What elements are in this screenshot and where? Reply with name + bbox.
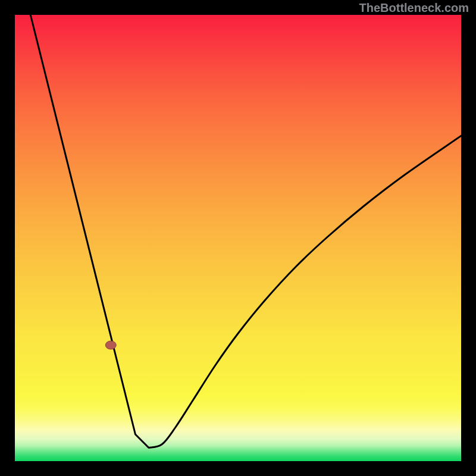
bottleneck-curve xyxy=(30,15,461,448)
curve-layer xyxy=(15,15,461,461)
optimal-marker xyxy=(105,341,116,349)
chart-frame: TheBottleneck.com xyxy=(0,0,476,476)
plot-area xyxy=(15,15,461,461)
watermark-text: TheBottleneck.com xyxy=(359,1,469,15)
